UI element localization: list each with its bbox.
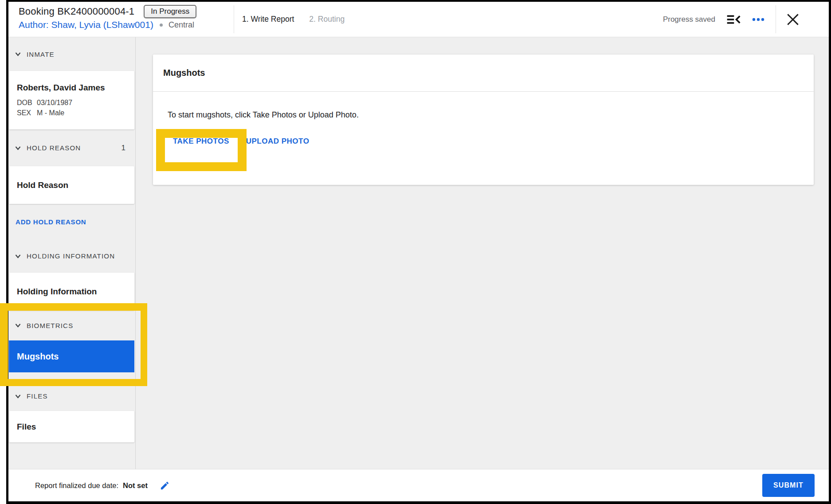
due-date-value: Not set — [123, 481, 148, 490]
step-write-report[interactable]: 1. Write Report — [242, 15, 294, 24]
header-divider — [776, 5, 776, 33]
chevron-down-icon — [15, 254, 21, 259]
sidebar-section-hold-reason[interactable]: HOLD REASON 1 — [8, 129, 135, 166]
dob-value: 03/10/1987 — [37, 98, 72, 108]
inmate-card[interactable]: Roberts, David James DOB 03/10/1987 SEX … — [9, 71, 134, 129]
booking-header-group: Booking BK2400000004-1 In Progress Autho… — [19, 2, 234, 37]
mugshots-card-header: Mugshots — [153, 55, 814, 92]
sidebar-section-inmate[interactable]: INMATE — [8, 37, 135, 71]
sidebar-section-biometrics[interactable]: BIOMETRICS — [8, 310, 135, 340]
take-photos-button[interactable]: TAKE PHOTOS — [173, 137, 229, 146]
main-content: Mugshots To start mugshots, click Take P… — [136, 37, 829, 469]
sidebar-item-label: Holding Information — [17, 287, 134, 297]
sidebar-item-holding-information[interactable]: Holding Information — [9, 273, 134, 310]
sidebar-section-holding-information[interactable]: HOLDING INFORMATION — [8, 239, 135, 273]
add-hold-reason-row: ADD HOLD REASON — [8, 204, 135, 239]
edit-due-date-pencil-icon[interactable] — [160, 481, 170, 491]
top-bar-actions: Progress saved — [663, 2, 829, 37]
submit-button[interactable]: SUBMIT — [762, 474, 815, 497]
status-badge: In Progress — [144, 5, 196, 18]
sex-label: SEX — [17, 108, 37, 118]
sidebar-item-label: Files — [17, 422, 134, 432]
sex-value: M - Male — [37, 108, 64, 118]
sidebar-item-mugshots-selected[interactable]: Mugshots — [9, 340, 134, 372]
workflow-steps: 1. Write Report 2. Routing — [234, 2, 345, 37]
report-sidebar: INMATE Roberts, David James DOB 03/10/19… — [8, 37, 136, 469]
separator-dot-icon — [160, 23, 163, 27]
hold-reason-count-badge: 1 — [122, 144, 125, 152]
section-title: HOLD REASON — [27, 144, 81, 152]
page-title: Booking BK2400000004-1 — [19, 6, 134, 17]
mugshots-actions: TAKE PHOTOS UPLOAD PHOTO — [173, 137, 814, 146]
collapse-panel-icon[interactable] — [726, 14, 741, 25]
close-icon[interactable] — [785, 12, 801, 27]
window-frame: Booking BK2400000004-1 In Progress Autho… — [6, 0, 831, 504]
inmate-name: Roberts, David James — [17, 83, 134, 93]
sidebar-item-label: Hold Reason — [17, 180, 134, 190]
sidebar-item-files[interactable]: Files — [9, 411, 134, 442]
location-label: Central — [169, 20, 194, 30]
author-link[interactable]: Author: Shaw, Lyvia (LShaw001) — [19, 20, 153, 30]
sidebar-item-label: Mugshots — [17, 352, 59, 362]
progress-saved-label: Progress saved — [663, 15, 715, 24]
sidebar-item-hold-reason[interactable]: Hold Reason — [9, 166, 134, 204]
upload-photo-button[interactable]: UPLOAD PHOTO — [246, 137, 310, 146]
section-title: INMATE — [27, 51, 55, 58]
section-title: BIOMETRICS — [27, 322, 73, 329]
sidebar-section-files[interactable]: FILES — [8, 381, 135, 411]
card-title: Mugshots — [163, 68, 205, 78]
step-routing[interactable]: 2. Routing — [309, 15, 345, 24]
chevron-down-icon — [15, 323, 21, 328]
section-title: HOLDING INFORMATION — [27, 252, 115, 260]
section-title: FILES — [27, 392, 48, 400]
bottom-bar: Report finalized due date: Not set SUBMI… — [8, 469, 829, 501]
chevron-down-icon — [15, 394, 21, 399]
chevron-down-icon — [15, 51, 21, 57]
chevron-down-icon — [15, 145, 21, 151]
dob-label: DOB — [17, 98, 37, 108]
top-bar: Booking BK2400000004-1 In Progress Autho… — [8, 2, 829, 37]
more-options-icon[interactable] — [752, 17, 765, 22]
mugshots-instruction: To start mugshots, click Take Photos or … — [168, 110, 814, 120]
add-hold-reason-button[interactable]: ADD HOLD REASON — [16, 218, 86, 226]
mugshots-card: Mugshots To start mugshots, click Take P… — [153, 55, 814, 185]
due-date-label: Report finalized due date: — [35, 481, 118, 490]
booking-window: Booking BK2400000004-1 In Progress Autho… — [0, 0, 831, 504]
